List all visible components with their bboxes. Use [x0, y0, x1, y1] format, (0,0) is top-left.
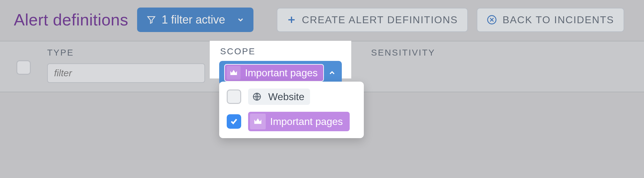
close-circle-icon: [487, 15, 497, 25]
page-title: Alert definitions: [14, 10, 128, 29]
scope-selected-label: Important pages: [245, 67, 318, 79]
scope-filter-trigger[interactable]: Important pages: [219, 61, 342, 85]
scope-option-important-label: Important pages: [270, 116, 343, 127]
table-header-row: Type Sensitivity Scope Important pages: [0, 41, 644, 92]
scope-filter-select[interactable]: Important pages: [219, 61, 342, 85]
column-sensitivity: Sensitivity: [358, 48, 644, 58]
scope-option-website[interactable]: Website: [227, 89, 356, 105]
select-all-checkbox[interactable]: [16, 60, 31, 75]
column-type: Type: [47, 48, 214, 83]
column-type-label: Type: [47, 48, 205, 58]
select-all-cell: [0, 48, 47, 75]
create-button-label: Create Alert Definitions: [302, 14, 458, 26]
crown-icon: [250, 114, 266, 129]
type-filter-input[interactable]: [47, 63, 205, 83]
chevron-up-icon: [328, 69, 336, 77]
back-to-incidents-button[interactable]: Back to Incidents: [477, 8, 624, 32]
column-sensitivity-label: Sensitivity: [371, 48, 635, 58]
scope-option-website-label: Website: [268, 91, 304, 103]
scope-option-website-checkbox[interactable]: [227, 89, 241, 104]
chevron-down-icon: [236, 16, 245, 24]
scope-filter-options: Website Important pages: [219, 82, 364, 138]
filters-dropdown-button[interactable]: 1 filter active: [137, 8, 253, 32]
create-alert-definitions-button[interactable]: Create Alert Definitions: [277, 8, 468, 32]
scope-option-important-checkbox[interactable]: [227, 114, 241, 129]
plus-icon: [287, 15, 296, 24]
filter-icon: [147, 15, 156, 24]
page-header: Alert definitions 1 filter active Create…: [0, 0, 644, 41]
scope-option-important-pages[interactable]: Important pages: [227, 112, 356, 131]
globe-icon: [250, 90, 264, 104]
scope-option-important-tag: Important pages: [248, 112, 350, 131]
crown-icon: [227, 66, 241, 80]
column-scope-label: Scope: [220, 46, 256, 57]
scope-option-website-tag: Website: [248, 89, 310, 105]
back-button-label: Back to Incidents: [502, 14, 614, 26]
filters-count-label: 1 filter active: [162, 13, 225, 26]
scope-header-content: Scope: [220, 46, 256, 57]
scope-selected-tag: Important pages: [224, 64, 324, 82]
